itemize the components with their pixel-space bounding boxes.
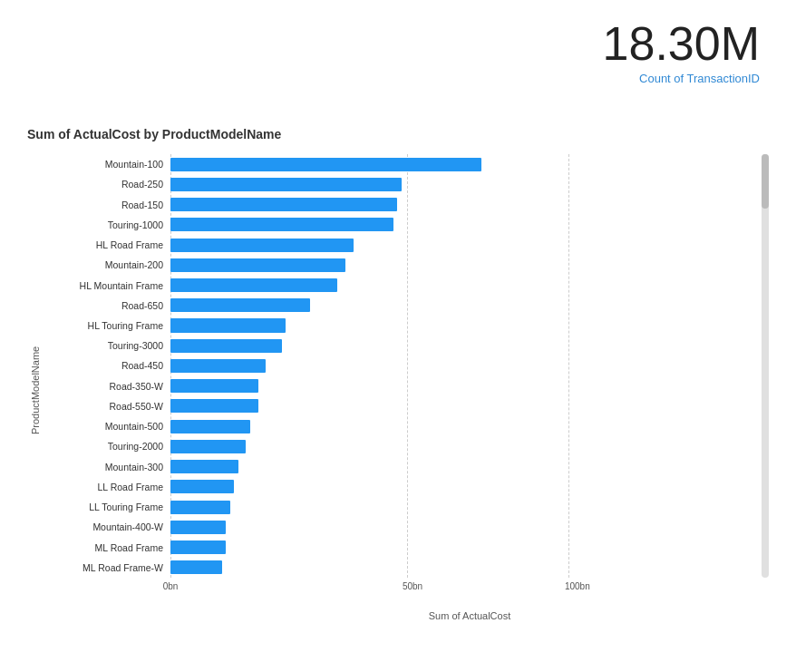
bar (170, 399, 258, 413)
bar-row (170, 457, 756, 477)
chart-inner: Mountain-100Road-250Road-150Touring-1000… (44, 154, 769, 627)
bar (170, 460, 238, 473)
x-tick-label: 0bn (163, 581, 179, 591)
bar-row (170, 194, 756, 214)
bar-label: Touring-3000 (44, 336, 170, 355)
x-tick-label: 100bn (565, 581, 590, 591)
bar-row (170, 255, 756, 275)
bar (170, 258, 345, 272)
x-axis-ticks: 0bn50bn100bn (170, 578, 769, 610)
bar (170, 218, 393, 231)
bar-row (170, 154, 756, 174)
bar-row (170, 296, 756, 316)
bar (170, 379, 258, 393)
bar-label: Road-450 (44, 355, 170, 375)
bar-label: HL Touring Frame (44, 316, 170, 336)
bar (170, 501, 230, 514)
bar-row (170, 497, 756, 517)
bar-row (170, 336, 756, 355)
scrollbar-thumb[interactable] (762, 154, 769, 209)
bar-label: Road-150 (44, 194, 170, 214)
bar (170, 239, 354, 252)
bars-area: Mountain-100Road-250Road-150Touring-1000… (44, 154, 769, 578)
bar (170, 541, 226, 554)
scrollbar-track (762, 154, 769, 578)
bar-label: Touring-2000 (44, 436, 170, 456)
bar-label: ML Road Frame (44, 537, 170, 557)
bar-label: Mountain-100 (44, 154, 170, 174)
bar-row (170, 436, 756, 456)
x-axis-title-row: Sum of ActualCost (44, 610, 769, 627)
x-axis-title: Sum of ActualCost (44, 610, 769, 621)
bar (170, 278, 337, 292)
bar-label: Road-350-W (44, 376, 170, 396)
bar-row (170, 477, 756, 497)
y-axis-label: ProductModelName (27, 154, 44, 627)
bars-column (170, 154, 756, 578)
bar-row (170, 275, 756, 295)
bar (170, 560, 222, 574)
bar-label: Touring-1000 (44, 215, 170, 235)
bar-label: Mountain-400-W (44, 517, 170, 537)
bar (170, 521, 226, 534)
bar-row (170, 537, 756, 557)
bar (170, 178, 402, 191)
kpi-value: 18.30M (603, 18, 760, 70)
bar-label: Mountain-300 (44, 457, 170, 477)
kpi-label: Count of TransactionID (603, 72, 760, 85)
bar (170, 339, 282, 353)
bar (170, 420, 250, 433)
bar-row (170, 235, 756, 255)
kpi-section: 18.30M Count of TransactionID (603, 18, 760, 85)
bar-label: LL Road Frame (44, 477, 170, 497)
bar (170, 359, 266, 373)
bar-row (170, 215, 756, 235)
bar-row (170, 174, 756, 194)
bar-label: Mountain-200 (44, 255, 170, 275)
x-axis-area: 0bn50bn100bn (44, 578, 769, 610)
bar (170, 480, 234, 493)
bar-label: Road-650 (44, 296, 170, 316)
bar (170, 158, 481, 171)
bar-row (170, 316, 756, 336)
bar-label: ML Road Frame-W (44, 558, 170, 578)
chart-title: Sum of ActualCost by ProductModelName (27, 127, 281, 141)
bar-label: Road-250 (44, 174, 170, 194)
bar-row (170, 355, 756, 375)
bar-label: HL Road Frame (44, 235, 170, 255)
bar-label: Road-550-W (44, 396, 170, 416)
chart-container: ProductModelName Mountain-100Road-250Roa… (27, 154, 769, 627)
bar (170, 440, 246, 453)
scrollbar-area[interactable] (756, 154, 769, 578)
bar-row (170, 558, 756, 578)
bar-row (170, 396, 756, 416)
labels-column: Mountain-100Road-250Road-150Touring-1000… (44, 154, 170, 578)
x-tick-label: 50bn (403, 581, 422, 591)
bar-label: HL Mountain Frame (44, 275, 170, 295)
bar (170, 298, 310, 312)
bar (170, 198, 397, 211)
bar (170, 318, 286, 332)
bar-row (170, 416, 756, 436)
bar-row (170, 517, 756, 537)
bar-label: Mountain-500 (44, 416, 170, 436)
bar-row (170, 376, 756, 396)
bar-label: LL Touring Frame (44, 497, 170, 517)
